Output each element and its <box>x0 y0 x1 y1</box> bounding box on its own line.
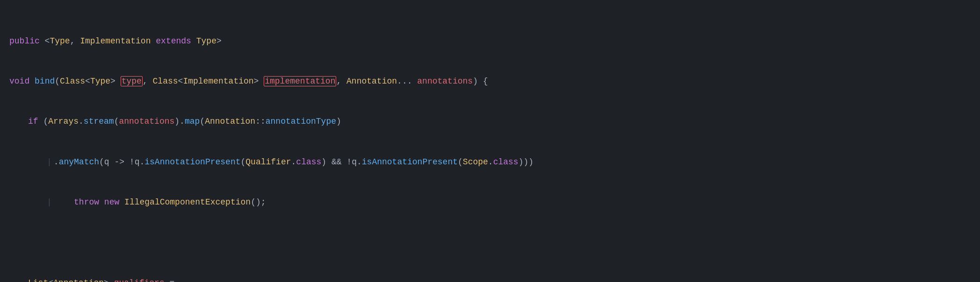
type-illegal-component: IllegalComponentException <box>124 197 251 207</box>
type-class2: Class <box>153 77 178 86</box>
type-annotation: Annotation <box>346 77 397 86</box>
method-map: map <box>185 117 200 126</box>
keyword-public: public <box>9 36 40 46</box>
method-any-match: anyMatch <box>59 157 99 167</box>
method-is-anno-present2: isAnnotationPresent <box>362 157 458 167</box>
param-impl-highlighted: implementation <box>264 76 336 86</box>
method-is-anno-present1: isAnnotationPresent <box>144 157 240 167</box>
method-stream1: stream <box>84 117 114 126</box>
arrays-ref: Arrays <box>48 117 79 126</box>
method-annotation-type1: annotationType <box>266 117 336 126</box>
var-qualifiers: qualifiers <box>114 278 165 282</box>
pipe-bar2: | <box>47 196 52 209</box>
type-class2-generic: Implementation <box>183 77 253 86</box>
pipe-bar1: | <box>47 155 52 169</box>
keyword-throw: throw <box>74 197 99 207</box>
code-line-5: | throw new IllegalComponentException(); <box>9 196 971 209</box>
type-impl: Implementation <box>80 36 151 46</box>
code-line-1: public <Type, Implementation extends Typ… <box>9 35 971 48</box>
param-annotations-ref1: annotations <box>119 117 174 126</box>
param-type-highlighted: type <box>121 76 143 86</box>
code-line-blank1 <box>9 236 971 250</box>
class-qualifier: Qualifier <box>245 157 291 167</box>
type-generic: Type <box>50 36 70 46</box>
type-annotation-ref1: Annotation <box>205 117 255 126</box>
type-list: List <box>28 278 48 282</box>
class-scope1: Scope <box>463 157 488 167</box>
kw-class1: class <box>296 157 321 167</box>
type-class1: Class <box>60 77 85 86</box>
keyword-if: if <box>28 117 38 126</box>
code-viewer: public <Type, Implementation extends Typ… <box>9 7 971 282</box>
code-line-3: if (Arrays.stream(annotations).map(Annot… <box>9 115 971 128</box>
keyword-void: void <box>9 77 29 86</box>
code-line-6: List<Annotation> qualifiers = <box>9 276 971 282</box>
param-annotations: annotations <box>417 77 473 86</box>
type-list-generic: Annotation <box>53 278 104 282</box>
type-ext: Type <box>196 36 216 46</box>
keyword-new1: new <box>104 197 119 207</box>
kw-class2: class <box>493 157 519 167</box>
type-class1-generic: Type <box>90 77 110 86</box>
code-line-2: void bind(Class<Type> type, Class<Implem… <box>9 75 971 88</box>
code-line-4: |.anyMatch(q -> !q.isAnnotationPresent(Q… <box>9 155 971 169</box>
method-bind: bind <box>35 77 55 86</box>
keyword-extends: extends <box>156 36 191 46</box>
